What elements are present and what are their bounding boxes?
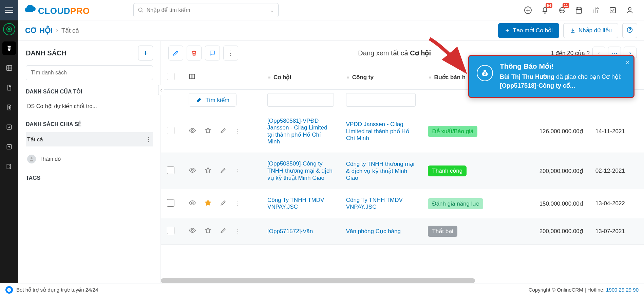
sidebar-filter-input[interactable] [26,65,153,80]
column-picker-icon[interactable] [189,74,195,81]
shared-list-tham-do[interactable]: Thăm dò [26,151,153,167]
amount-cell: 150,000,000.00₫ [500,189,589,218]
delete-button[interactable] [187,46,202,60]
rail-upload[interactable] [2,140,16,154]
notification-toast[interactable]: × $ Thông Báo Mới! Bùi Thị Thu Hường đã … [468,55,634,98]
my-list-item[interactable]: DS Cơ hội dự kiến chốt tro... [26,100,153,113]
more-button[interactable]: ⋮ [223,46,238,60]
svg-rect-18 [190,74,195,79]
collapse-sidebar-button[interactable]: ‹ [158,85,164,95]
company-link[interactable]: Công ty TNHH thương mại & dịch vụ kỹ thu… [346,161,415,181]
import-button[interactable]: Nhập dữ liệu [563,23,618,38]
task-icon[interactable] [609,6,617,14]
hotline-link[interactable]: 1900 29 29 90 [606,287,639,293]
filter-opp-input[interactable] [267,93,334,107]
star-icon[interactable] [204,127,212,136]
user-icon[interactable] [626,6,634,14]
rail-download[interactable] [2,120,16,134]
rail-opportunity[interactable]: $ [2,41,16,55]
pencil-icon[interactable] [220,227,227,236]
eye-icon[interactable] [189,227,196,236]
list-item-label: DS Cơ hội dự kiến chốt tro... [27,103,97,109]
opportunity-link[interactable]: Công Ty TNHH TMDV VNPAY.JSC [267,197,324,210]
messenger-icon[interactable] [5,286,13,294]
row-menu[interactable]: ⋮ [235,168,241,175]
star-icon[interactable] [204,199,212,208]
chevron-down-icon[interactable]: ⌄ [270,7,274,13]
svg-text:$: $ [484,71,486,75]
add-list-button[interactable] [138,46,153,60]
table-row: ⋮ [Opp571572]-Văn Văn phòng Cục hàng Thấ… [161,218,644,245]
pencil-icon[interactable] [220,199,227,208]
opportunity-link[interactable]: [Opp571572]-Văn [267,228,313,234]
date-cell: 13-04-2022 [589,189,644,218]
search-icon [138,7,144,13]
footer-copyright: Copyright © OnlineCRM | Hotline: 1900 29… [529,287,639,293]
star-icon[interactable] [204,167,212,176]
select-all-checkbox[interactable] [167,73,174,80]
rail-target[interactable] [3,23,15,35]
plus-icon [142,50,149,56]
svg-point-9 [8,28,10,30]
company-link[interactable]: Công Ty TNHH TMDV VNPAY.JSC [346,197,403,210]
company-link[interactable]: Văn phòng Cục hàng [346,228,401,234]
svg-point-16 [31,157,32,159]
add-icon[interactable] [524,6,532,14]
breadcrumb-current: Tất cả [61,27,79,34]
eye-icon[interactable] [189,167,196,176]
row-checkbox[interactable] [167,167,174,174]
global-search[interactable]: ⌄ [133,3,279,17]
table-wrapper[interactable]: Cơ hội Công ty Bước bán h ốt dự [161,65,644,283]
stage-pill: Đề xuất/Báo giá [428,126,477,137]
report-icon[interactable] [592,6,600,14]
rail-invoice[interactable]: $ [2,101,16,114]
pencil-icon[interactable] [220,127,227,136]
row-menu[interactable]: ⋮ [235,200,241,207]
svg-point-0 [138,8,142,12]
eye-icon[interactable] [189,199,196,208]
bell-icon[interactable]: 54 [541,6,549,14]
help-button[interactable] [622,23,637,38]
row-menu[interactable]: ⋮ [235,228,241,235]
chat-icon[interactable]: 11 [558,6,566,14]
shared-list-all[interactable]: Tất cả ⋮ [26,132,153,146]
row-checkbox[interactable] [167,199,174,207]
rail-edit[interactable] [2,160,16,173]
eye-icon[interactable] [189,127,196,136]
svg-point-21 [192,202,194,204]
rail-doc[interactable] [2,81,16,94]
horizontal-scrollbar[interactable] [161,278,475,283]
logo[interactable]: CLOUDPRO [18,4,96,16]
footer-bot-text: Bot hỗ trợ sử dụng trực tuyến 24/24 [16,287,98,293]
col-opportunity[interactable]: Cơ hội [261,65,340,90]
svg-point-4 [563,10,564,11]
comment-button[interactable] [205,46,220,60]
opportunity-link[interactable]: [Opp580581]-VPĐD Janssen - Cilag Limited… [267,118,327,145]
pencil-icon[interactable] [220,167,227,175]
filter-company-input[interactable] [346,93,416,107]
pencil-icon [172,50,179,56]
calendar-icon[interactable] [575,6,583,14]
bell-badge: 54 [546,3,552,8]
search-input[interactable] [144,7,270,13]
col-company[interactable]: Công ty [340,65,422,90]
menu-toggle[interactable] [0,0,18,20]
edit-button[interactable] [168,46,183,60]
rail-grid[interactable] [2,61,16,75]
row-menu[interactable]: ⋮ [235,128,241,135]
svg-text:$: $ [8,46,10,50]
opportunity-link[interactable]: [Opp508509]-Công ty TNHH thương mại & dị… [267,160,333,181]
row-checkbox[interactable] [167,227,174,234]
list-item-menu[interactable]: ⋮ [146,136,152,143]
shared-lists-heading: DANH SÁCH CHIA SẺ [26,121,153,127]
create-opportunity-button[interactable]: Tạo mới Cơ hội [498,23,559,38]
table-search-button[interactable]: Tìm kiếm [189,93,236,107]
company-link[interactable]: VPĐD Janssen - Cilag Limited tại thành p… [346,121,409,141]
row-checkbox[interactable] [167,127,174,134]
page-header: CƠ HỘI › Tất cả Tạo mới Cơ hội Nhập dữ l… [18,20,644,41]
comment-icon [209,50,216,56]
close-icon[interactable]: × [625,59,629,67]
star-icon[interactable] [204,227,212,236]
nav-rail: $ $ [0,20,18,283]
svg-point-2 [560,10,561,11]
